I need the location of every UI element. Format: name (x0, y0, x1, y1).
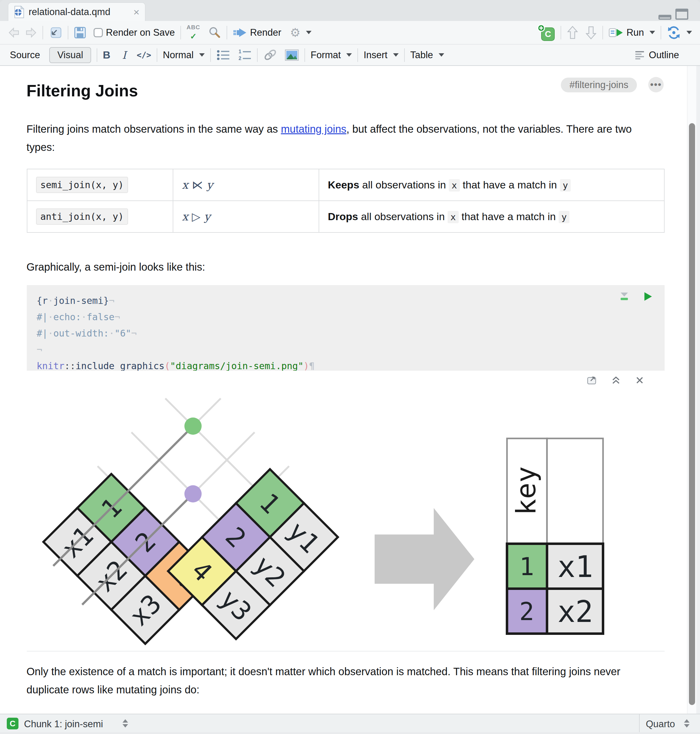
toolbar-separator (602, 26, 603, 40)
result-cell: x1 (557, 550, 593, 584)
save-button[interactable] (74, 26, 86, 39)
toolbar-separator (560, 26, 561, 40)
run-chunk-icon[interactable] (644, 292, 652, 301)
semi-join-math: x⋉y (182, 179, 213, 191)
chunk-output: x1 1 x2 2 x3 3 (27, 371, 665, 652)
section-anchor-badge: #filtering-joins (561, 78, 637, 93)
insert-image-button[interactable] (285, 49, 299, 61)
scrollbar-thumb[interactable] (689, 123, 695, 705)
image-icon (285, 49, 299, 61)
join-types-table: semi_join(x, y) x⋉y Keeps all observatio… (27, 169, 665, 233)
chevron-down-icon (687, 31, 692, 34)
mutating-joins-link[interactable]: mutating joins (281, 123, 346, 135)
link-icon (263, 49, 277, 62)
render-on-save-label: Render on Save (106, 27, 175, 38)
paragraph-style-select[interactable]: Normal (163, 50, 205, 61)
toolbar-separator (304, 49, 305, 62)
refresh-source-icon (667, 26, 681, 40)
anti-join-description: Drops all observations in x that have a … (319, 201, 664, 232)
result-cell: 2 (519, 597, 534, 626)
outline-toggle-button[interactable]: Outline (635, 50, 679, 61)
render-options-button[interactable]: ⚙ (290, 27, 312, 38)
gear-icon: ⚙ (290, 27, 300, 38)
find-replace-button[interactable] (208, 26, 221, 39)
chunk-status-icon: C (7, 718, 18, 730)
minimize-icon[interactable] (659, 15, 671, 20)
result-cell: x2 (557, 594, 593, 629)
render-icon (233, 27, 247, 38)
doc-mode-arrows[interactable] (684, 719, 690, 728)
insert-link-button[interactable] (263, 49, 277, 62)
doc-mode-label[interactable]: Quarto (646, 719, 675, 730)
spellcheck-button[interactable]: ABC ✓ (187, 25, 200, 40)
toolbar-separator (226, 26, 227, 40)
italic-button[interactable]: I (122, 49, 126, 61)
run-next-chunk-button[interactable] (585, 25, 597, 40)
table-menu[interactable]: Table (410, 50, 444, 61)
save-icon (74, 26, 86, 39)
render-button[interactable]: Render (233, 27, 281, 38)
run-chunks-above-icon[interactable] (620, 292, 629, 301)
insert-menu[interactable]: Insert (363, 50, 399, 61)
quarto-file-icon (14, 6, 24, 19)
render-label: Render (250, 27, 281, 38)
outline-label: Outline (649, 50, 679, 61)
section-options-button[interactable]: ••• (648, 77, 664, 93)
triangle-down-icon (684, 724, 690, 728)
format-menu[interactable]: Format (310, 50, 352, 61)
run-previous-chunks-button[interactable] (567, 25, 578, 40)
scrollbar-track[interactable] (687, 66, 696, 714)
render-on-save-toggle[interactable]: Render on Save (94, 27, 175, 38)
ellipsis-icon: ••• (650, 79, 662, 90)
intro-paragraph: Filtering joins match observations in th… (26, 120, 662, 156)
insert-chunk-button[interactable]: C (537, 24, 555, 41)
tab-title: relational-data.qmd (29, 6, 129, 18)
collapse-output-icon[interactable] (611, 376, 621, 385)
back-arrow-icon (8, 26, 20, 39)
source-tools-button[interactable] (667, 26, 692, 40)
insert-menu-label: Insert (363, 50, 388, 61)
toolbar-separator (257, 49, 258, 62)
triangle-down-icon (122, 724, 128, 728)
back-button[interactable] (8, 26, 20, 39)
close-icon[interactable] (635, 376, 644, 385)
run-label: Run (626, 27, 644, 38)
numbered-list-icon: 1 2 (238, 49, 251, 61)
numbered-list-button[interactable]: 1 2 (238, 49, 251, 61)
show-output-window-icon[interactable] (587, 376, 597, 385)
source-mode-button[interactable]: Source (10, 50, 40, 61)
editor-canvas[interactable]: #filtering-joins ••• Filtering Joins Fil… (0, 66, 700, 714)
visual-mode-button[interactable]: Visual (49, 47, 91, 63)
triangle-up-icon (122, 719, 128, 722)
svg-text:C: C (545, 29, 551, 39)
toolbar-separator (97, 49, 97, 62)
open-in-new-window-button[interactable] (49, 26, 62, 39)
code-chunk[interactable]: {r·join-semi}¬#|·echo:·false¬#|·out-widt… (27, 285, 665, 371)
tab-relational-data[interactable]: relational-data.qmd × (8, 3, 145, 21)
semi-join-code: semi_join(x, y) (36, 177, 128, 193)
tab-close-icon[interactable]: × (133, 7, 140, 17)
outline-icon (635, 50, 646, 60)
window-bottom-edge (0, 732, 700, 734)
chunk-nav-arrows[interactable] (122, 719, 128, 728)
chevron-down-icon (306, 31, 312, 34)
chevron-down-icon (346, 53, 352, 57)
semi-join-description: Keeps all observations in x that have a … (319, 169, 664, 201)
search-icon (208, 26, 221, 39)
inline-code-button[interactable]: </> (137, 50, 151, 60)
forward-button[interactable] (25, 26, 37, 39)
toolbar-separator (210, 49, 211, 62)
chevron-down-icon (393, 53, 399, 57)
run-button[interactable]: Run (609, 27, 655, 38)
table-row: semi_join(x, y) x⋉y Keeps all observatio… (27, 169, 664, 201)
run-icon (609, 27, 624, 38)
chevron-down-icon (199, 53, 205, 57)
status-bar: C Chunk 1: join-semi Quarto (0, 714, 700, 732)
chunk-nav-label[interactable]: Chunk 1: join-semi (24, 719, 103, 730)
match-dot-purple (184, 485, 201, 503)
render-on-save-checkbox[interactable] (94, 28, 103, 37)
bold-button[interactable]: B (103, 49, 110, 61)
bullet-list-button[interactable] (216, 49, 230, 61)
maximize-icon[interactable] (675, 9, 688, 20)
chevron-down-icon (439, 53, 444, 57)
